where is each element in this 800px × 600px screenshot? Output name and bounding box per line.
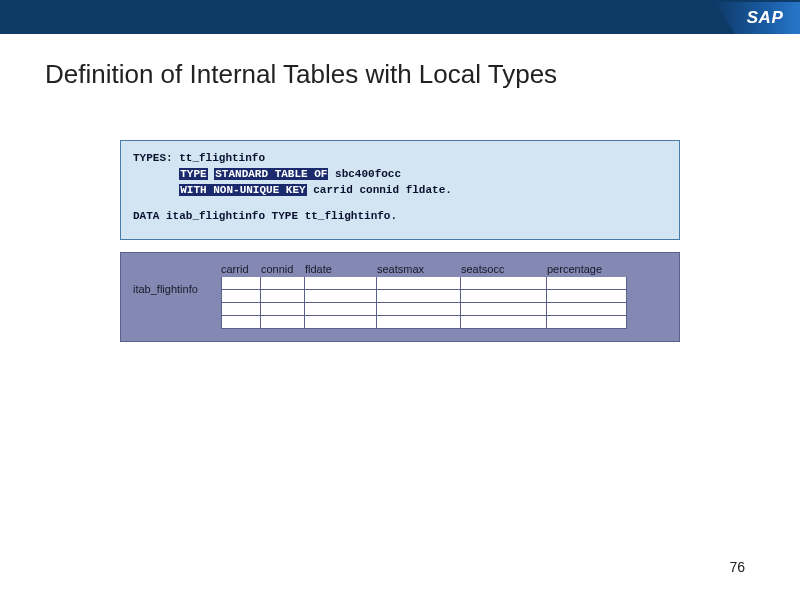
table-row [221,316,667,329]
hl-with-non-unique-key: WITH NON-UNIQUE KEY [179,184,306,196]
sap-logo-text: SAP [747,8,783,28]
col-seatsocc: seatsocc [461,263,547,275]
code-line-2: TYPE STANDARD TABLE OF sbc400focc [133,167,667,183]
table-row [221,277,667,290]
hl-type: TYPE [179,168,207,180]
page-title: Definition of Internal Tables with Local… [45,59,800,90]
page-number: 76 [729,559,745,575]
header-bar: SAP [0,0,800,34]
col-fldate: fldate [305,263,377,275]
content-area: TYPES: tt_flightinfo TYPE STANDARD TABLE… [120,140,680,342]
sap-logo: SAP [715,2,800,34]
table-grid: carrid connid fldate seatsmax seatsocc p… [221,263,667,329]
code-line-1: TYPES: tt_flightinfo [133,151,667,167]
col-percentage: percentage [547,263,627,275]
table-row-label: itab_flightinfo [133,263,221,295]
table-row [221,290,667,303]
col-carrid: carrid [221,263,261,275]
hl-standard-table-of: STANDARD TABLE OF [214,168,328,180]
table-row [221,303,667,316]
code-line-3: WITH NON-UNIQUE KEY carrid connid fldate… [133,183,667,199]
code-box: TYPES: tt_flightinfo TYPE STANDARD TABLE… [120,140,680,240]
table-header: carrid connid fldate seatsmax seatsocc p… [221,263,667,275]
col-seatsmax: seatsmax [377,263,461,275]
col-connid: connid [261,263,305,275]
code-line-4: DATA itab_flightinfo TYPE tt_flightinfo. [133,209,667,225]
table-box: itab_flightinfo carrid connid fldate sea… [120,252,680,342]
